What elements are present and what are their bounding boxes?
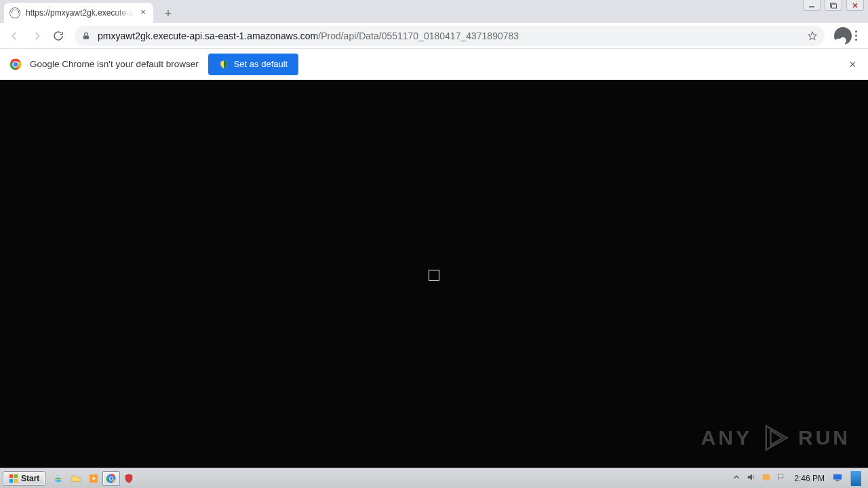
play-icon <box>760 423 790 453</box>
address-bar[interactable]: pmxyawt2gk.execute-api.sa-east-1.amazona… <box>75 26 825 46</box>
browser-toolbar: pmxyawt2gk.execute-api.sa-east-1.amazona… <box>0 23 868 49</box>
close-tab-icon[interactable]: × <box>138 8 148 18</box>
set-as-default-button[interactable]: Set as default <box>208 54 299 75</box>
bookmark-star-icon[interactable] <box>807 30 818 41</box>
windows-logo-icon <box>9 474 18 483</box>
taskbar-ie-icon[interactable] <box>50 471 67 486</box>
svg-rect-3 <box>83 35 89 39</box>
taskbar-explorer-icon[interactable] <box>67 471 85 486</box>
titlebar: https://pmxyawt2gk.execute-api.sa… × + <box>0 0 868 23</box>
svg-point-21 <box>110 476 113 479</box>
url-text: pmxyawt2gk.execute-api.sa-east-1.amazona… <box>98 30 802 41</box>
start-label: Start <box>21 474 39 483</box>
system-tray: 2:46 PM <box>728 471 865 486</box>
infobar-close-icon[interactable]: × <box>849 60 859 69</box>
svg-rect-2 <box>832 4 837 8</box>
tray-chevron-icon[interactable] <box>732 472 741 484</box>
set-as-default-label: Set as default <box>234 59 288 69</box>
default-browser-infobar: Google Chrome isn't your default browser… <box>0 49 868 80</box>
taskbar-chrome-icon[interactable] <box>102 471 120 486</box>
taskbar: Start 2:46 PM <box>0 468 868 488</box>
tray-clock[interactable]: 2:46 PM <box>794 474 825 483</box>
chrome-icon <box>9 58 22 70</box>
anyrun-watermark: ANY RUN <box>701 423 850 453</box>
svg-rect-11 <box>9 474 13 477</box>
maximize-button[interactable] <box>825 0 842 11</box>
loading-indicator <box>429 270 439 281</box>
start-button[interactable]: Start <box>3 471 45 486</box>
tray-monitor-icon[interactable] <box>833 472 842 484</box>
page-content: ANY RUN <box>0 80 868 468</box>
watermark-right: RUN <box>798 426 850 449</box>
svg-rect-14 <box>14 479 18 482</box>
svg-point-7 <box>14 62 18 66</box>
tab-strip: https://pmxyawt2gk.execute-api.sa… × + <box>0 0 178 23</box>
infobar-message: Google Chrome isn't your default browser <box>30 59 199 69</box>
minimize-button[interactable] <box>803 0 821 11</box>
taskbar-media-icon[interactable] <box>85 471 102 486</box>
close-window-button[interactable] <box>846 0 864 11</box>
browser-window: https://pmxyawt2gk.execute-api.sa… × + <box>0 0 868 468</box>
back-button[interactable] <box>4 25 26 47</box>
tray-volume-icon[interactable] <box>747 472 756 484</box>
window-controls <box>803 0 864 11</box>
tab-title: https://pmxyawt2gk.execute-api.sa… <box>26 8 134 18</box>
tab-active[interactable]: https://pmxyawt2gk.execute-api.sa… × <box>4 3 153 23</box>
taskbar-shield-icon[interactable] <box>120 471 138 486</box>
tray-flag-icon[interactable] <box>776 472 786 484</box>
watermark-left: ANY <box>701 426 752 449</box>
show-desktop-button[interactable] <box>850 471 861 486</box>
svg-rect-22 <box>763 474 770 481</box>
tray-security-icon[interactable] <box>762 472 771 484</box>
profile-avatar[interactable] <box>830 27 848 45</box>
lock-icon <box>81 31 91 41</box>
svg-rect-13 <box>9 479 13 482</box>
globe-icon <box>9 7 20 18</box>
svg-rect-12 <box>14 474 18 477</box>
svg-rect-24 <box>835 480 839 481</box>
svg-rect-23 <box>833 474 842 480</box>
shield-icon <box>219 60 229 69</box>
reload-button[interactable] <box>47 25 69 47</box>
new-tab-button[interactable]: + <box>159 4 178 23</box>
forward-button[interactable] <box>26 25 47 47</box>
